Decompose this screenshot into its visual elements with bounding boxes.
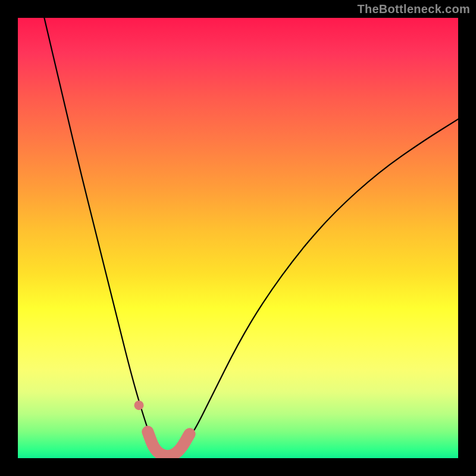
- watermark: TheBottleneck.com: [357, 2, 470, 16]
- curve-left-branch: [44, 18, 163, 456]
- plot-area: [18, 18, 458, 458]
- curve-trough-highlight: [148, 432, 189, 456]
- curve-right-branch: [163, 119, 458, 456]
- chart-frame: TheBottleneck.com: [0, 0, 476, 476]
- bottleneck-curve: [18, 18, 458, 458]
- lone-marker-dot: [134, 400, 144, 410]
